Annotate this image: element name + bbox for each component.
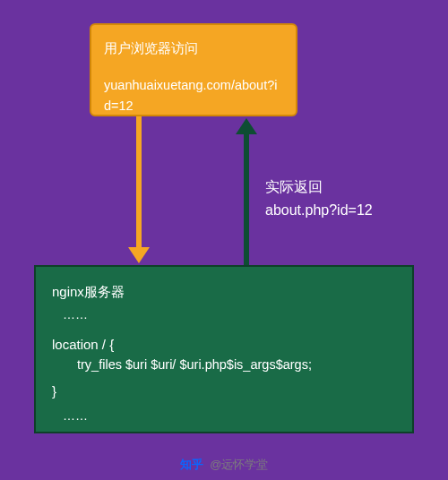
- response-label: 实际返回 about.php?id=12: [265, 176, 373, 221]
- request-url: yuanhuaixuetang.com/about?id=12: [104, 75, 283, 116]
- location-block-open: location / {: [52, 334, 396, 355]
- author-handle: @远怀学堂: [210, 458, 268, 471]
- diagram-canvas: 用户浏览器访问 yuanhuaixuetang.com/about?id=12 …: [0, 0, 448, 480]
- location-block-close: }: [52, 381, 396, 401]
- zhihu-brand: 知乎: [180, 458, 203, 471]
- server-ellipsis-top: ……: [63, 305, 396, 325]
- response-label-line1: 实际返回: [265, 176, 373, 199]
- response-label-line2: about.php?id=12: [265, 199, 373, 222]
- request-arrow-down-icon: [136, 116, 142, 251]
- browser-request-box: 用户浏览器访问 yuanhuaixuetang.com/about?id=12: [90, 23, 297, 116]
- browser-title: 用户浏览器访问: [104, 38, 283, 59]
- server-ellipsis-bottom: ……: [63, 407, 396, 426]
- watermark-footer: 知乎 @远怀学堂: [0, 457, 448, 473]
- response-arrow-up-icon: [244, 131, 249, 265]
- nginx-server-box: nginx服务器 …… location / { try_files $uri …: [34, 265, 414, 433]
- server-title: nginx服务器: [52, 281, 396, 302]
- try-files-directive: try_files $uri $uri/ $uri.php$is_args$ar…: [77, 355, 396, 374]
